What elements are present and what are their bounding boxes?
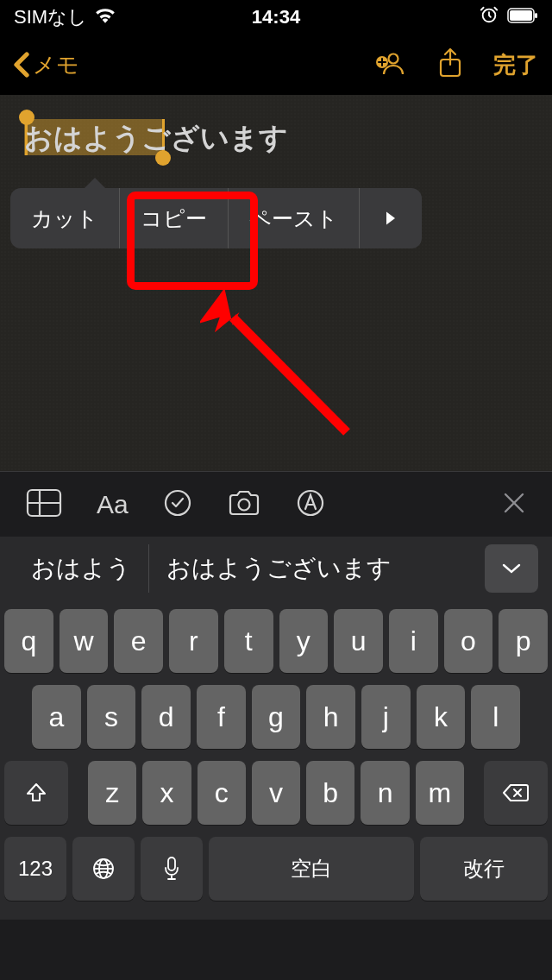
status-left: SIMなし	[14, 4, 116, 30]
key-return[interactable]: 改行	[420, 837, 548, 901]
suggestion-2[interactable]: おはようございます	[149, 544, 409, 593]
svg-point-11	[166, 491, 190, 515]
collaborate-icon[interactable]	[374, 48, 407, 81]
svg-rect-3	[535, 13, 537, 18]
key-f[interactable]: f	[197, 685, 246, 749]
note-text[interactable]: おはようございます	[24, 119, 288, 158]
suggestion-1[interactable]: おはよう	[14, 544, 149, 593]
key-c[interactable]: c	[198, 761, 246, 825]
key-row-4: 123 空白 改行	[4, 837, 548, 901]
key-s[interactable]: s	[87, 685, 136, 749]
key-u[interactable]: u	[334, 609, 383, 673]
markup-icon[interactable]	[296, 488, 325, 521]
keyboard: q w e r t y u i o p a s d f g h j k l z …	[0, 600, 552, 920]
menu-more-button[interactable]	[360, 188, 422, 248]
key-y[interactable]: y	[279, 609, 329, 673]
back-button[interactable]: メモ	[14, 50, 79, 80]
status-right	[480, 5, 538, 29]
key-mic[interactable]	[141, 837, 203, 901]
svg-rect-21	[168, 858, 175, 870]
key-b[interactable]: b	[306, 761, 354, 825]
key-e[interactable]: e	[114, 609, 163, 673]
back-label: メモ	[33, 50, 79, 80]
key-q[interactable]: q	[4, 609, 53, 673]
key-t[interactable]: t	[224, 609, 273, 673]
key-space[interactable]: 空白	[209, 837, 414, 901]
key-shift[interactable]	[4, 761, 68, 825]
battery-icon	[507, 6, 538, 28]
key-r[interactable]: r	[169, 609, 218, 673]
key-z[interactable]: z	[88, 761, 136, 825]
key-m[interactable]: m	[416, 761, 464, 825]
svg-point-4	[389, 54, 398, 64]
key-numbers[interactable]: 123	[4, 837, 66, 901]
svg-rect-2	[510, 10, 532, 21]
key-g[interactable]: g	[252, 685, 301, 749]
wifi-icon	[94, 6, 116, 28]
svg-point-12	[238, 499, 249, 510]
carrier-label: SIMなし	[14, 4, 87, 30]
checklist-icon[interactable]	[163, 488, 192, 521]
key-row-2: a s d f g h j k l	[4, 685, 548, 749]
key-row-1: q w e r t y u i o p	[4, 609, 548, 673]
key-w[interactable]: w	[60, 609, 109, 673]
status-bar: SIMなし 14:34	[0, 0, 552, 35]
key-l[interactable]: l	[471, 685, 520, 749]
key-k[interactable]: k	[417, 685, 466, 749]
toolbar-icons: Aa	[26, 488, 325, 521]
key-v[interactable]: v	[252, 761, 300, 825]
close-toolbar-icon[interactable]	[502, 491, 526, 518]
note-content[interactable]: おはようございます カット コピー ペースト	[0, 95, 552, 471]
nav-actions: 完了	[374, 47, 538, 82]
format-icon[interactable]: Aa	[97, 490, 129, 519]
key-p[interactable]: p	[499, 609, 548, 673]
notes-toolbar: Aa	[0, 471, 552, 537]
key-a[interactable]: a	[32, 685, 81, 749]
table-icon[interactable]	[26, 488, 62, 521]
key-x[interactable]: x	[142, 761, 191, 825]
key-j[interactable]: j	[361, 685, 411, 749]
context-menu: カット コピー ペースト	[10, 188, 422, 248]
key-globe[interactable]	[72, 837, 135, 901]
suggestion-bar: おはよう おはようございます	[0, 537, 552, 600]
copy-button[interactable]: コピー	[120, 188, 229, 248]
key-row-3: z x c v b n m	[4, 761, 548, 825]
paste-button[interactable]: ペースト	[229, 188, 360, 248]
suggestion-expand[interactable]	[485, 544, 538, 593]
key-backspace[interactable]	[484, 761, 548, 825]
key-h[interactable]: h	[306, 685, 355, 749]
clock: 14:34	[252, 6, 300, 28]
key-d[interactable]: d	[141, 685, 191, 749]
key-i[interactable]: i	[389, 609, 438, 673]
share-icon[interactable]	[438, 47, 462, 82]
done-button[interactable]: 完了	[493, 50, 538, 80]
alarm-icon	[480, 5, 499, 29]
cut-button[interactable]: カット	[10, 188, 120, 248]
key-n[interactable]: n	[361, 761, 409, 825]
nav-bar: メモ 完了	[0, 35, 552, 95]
key-o[interactable]: o	[444, 609, 493, 673]
camera-icon[interactable]	[227, 489, 261, 520]
